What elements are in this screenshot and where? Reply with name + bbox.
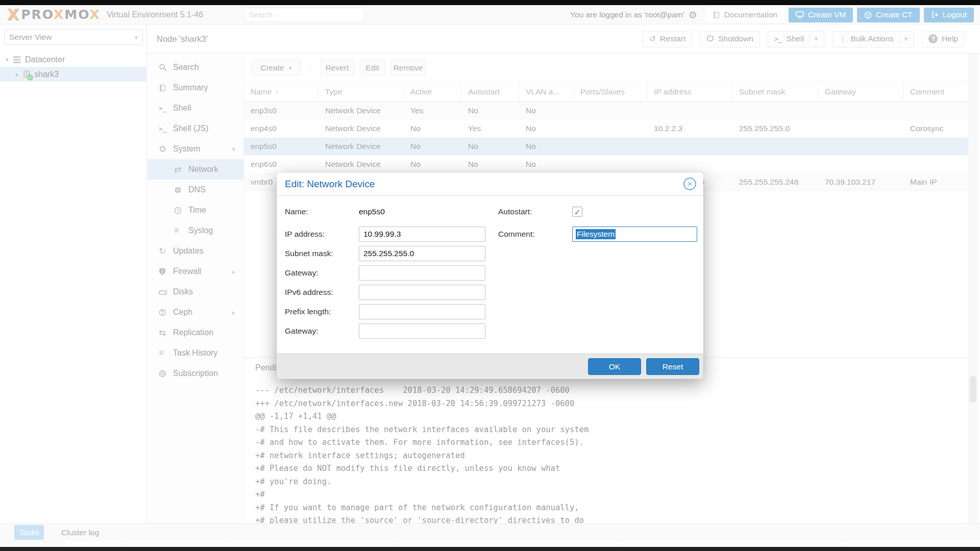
dialog-body: Name: enp5s0 IP address: Subnet mask: Ga… xyxy=(277,196,703,354)
field-row-name: Name: enp5s0 xyxy=(285,205,489,218)
top-screen-strip xyxy=(0,0,980,5)
field-row-gateway: Gateway: xyxy=(285,265,489,281)
field-row-ip: IP address: xyxy=(285,227,489,242)
selected-text: Filesystem xyxy=(576,229,616,239)
autostart-checkbox[interactable]: ✓ xyxy=(572,207,582,217)
ok-button[interactable]: OK xyxy=(588,358,641,375)
proxmox-screen: X PROXMOX Virtual Environment 5.1-46 You… xyxy=(0,0,980,551)
ipv6-gateway-field[interactable] xyxy=(359,323,485,339)
field-row-comment: Comment: Filesystem xyxy=(498,227,697,242)
ip-address-field[interactable] xyxy=(359,227,485,242)
prefix-length-field[interactable] xyxy=(359,304,485,319)
name-value: enp5s0 xyxy=(359,207,385,216)
dialog-title: Edit: Network Device xyxy=(285,179,375,190)
subnet-mask-field[interactable] xyxy=(359,246,485,261)
field-row-ipv6: IPv6 address: xyxy=(285,285,489,300)
comment-field[interactable]: Filesystem xyxy=(572,227,697,242)
field-row-autostart: Autostart: ✓ xyxy=(498,205,697,218)
reset-button[interactable]: Reset xyxy=(646,358,699,375)
bottom-screen-strip xyxy=(0,547,980,551)
dialog-header[interactable]: Edit: Network Device × xyxy=(277,172,703,196)
ipv6-address-field[interactable] xyxy=(359,285,485,300)
field-row-prefix: Prefix length: xyxy=(285,304,489,319)
field-row-gateway6: Gateway: xyxy=(285,323,489,339)
gateway-field[interactable] xyxy=(359,265,485,281)
dialog-footer: OK Reset xyxy=(277,354,703,379)
edit-network-device-dialog: Edit: Network Device × Name: enp5s0 IP a… xyxy=(277,172,703,379)
close-icon[interactable]: × xyxy=(683,178,696,190)
field-row-subnet: Subnet mask: xyxy=(285,246,489,261)
